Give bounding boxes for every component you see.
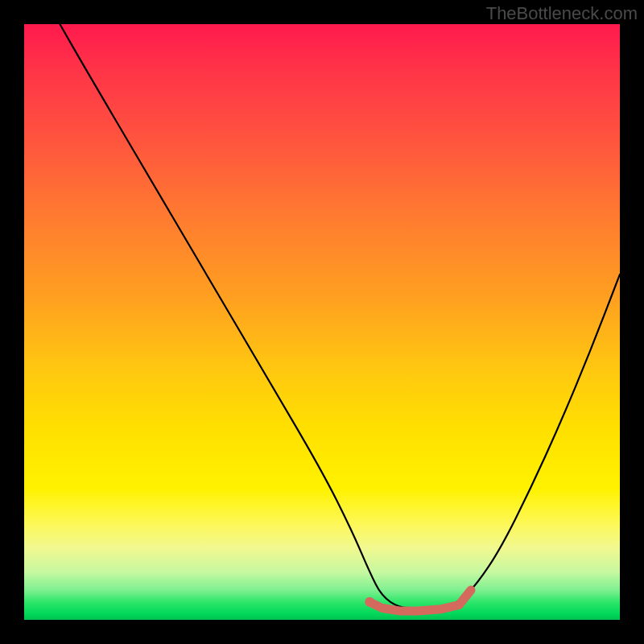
curve-layer (24, 24, 620, 620)
bottleneck-curve (60, 24, 620, 608)
plot-area (24, 24, 620, 620)
chart-frame: TheBottleneck.com (0, 0, 644, 644)
optimal-marker (369, 590, 471, 611)
watermark-text: TheBottleneck.com (486, 3, 638, 24)
optimal-marker-start-dot (365, 597, 374, 607)
